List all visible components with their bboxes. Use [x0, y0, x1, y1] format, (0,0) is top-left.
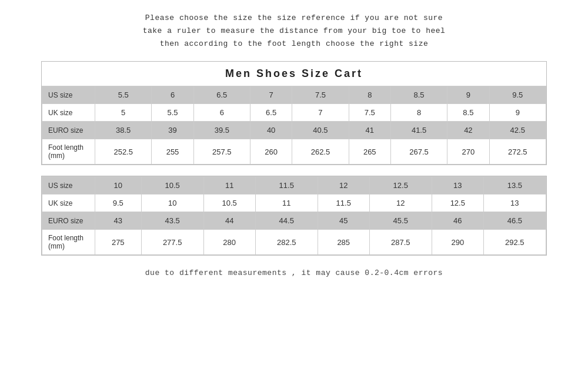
- cell-value: 6.5: [250, 104, 292, 122]
- cell-value: 11: [203, 177, 255, 194]
- cell-value: 11: [255, 194, 318, 212]
- cell-value: 267.5: [390, 139, 447, 165]
- instruction-line1: Please choose the size the size referenc…: [143, 12, 446, 25]
- row-label: UK size: [42, 194, 95, 212]
- cell-value: 12.5: [432, 194, 483, 212]
- cell-value: 262.5: [292, 139, 349, 165]
- cell-value: 8.5: [390, 86, 447, 104]
- row-label: EURO size: [42, 122, 95, 139]
- cell-value: 12: [318, 177, 369, 194]
- cell-value: 40: [250, 122, 292, 139]
- cell-value: 277.5: [141, 230, 203, 255]
- row-label: EURO size: [42, 212, 95, 230]
- cell-value: 12.5: [369, 177, 432, 194]
- cell-value: 285: [318, 230, 369, 255]
- cell-value: 45: [318, 212, 369, 230]
- instructions-text: Please choose the size the size referenc…: [143, 12, 446, 51]
- cell-value: 290: [432, 230, 483, 255]
- cell-value: 45.5: [369, 212, 432, 230]
- table-row: EURO size38.53939.54040.54141.54242.5: [42, 122, 546, 139]
- row-label: Foot length (mm): [42, 230, 95, 255]
- cell-value: 9.5: [95, 194, 142, 212]
- cell-value: 272.5: [489, 139, 546, 165]
- cell-value: 40.5: [292, 122, 349, 139]
- table-row: UK size9.51010.51111.51212.513: [42, 194, 546, 212]
- table-row: US size5.566.577.588.599.5: [42, 86, 546, 104]
- cell-value: 7: [292, 104, 349, 122]
- cell-value: 13: [432, 177, 483, 194]
- table-row: Foot length (mm)275277.5280282.5285287.5…: [42, 230, 546, 255]
- cell-value: 39: [152, 122, 193, 139]
- cell-value: 8: [349, 86, 390, 104]
- cell-value: 9.5: [489, 86, 546, 104]
- cell-value: 5.5: [95, 86, 152, 104]
- cell-value: 255: [152, 139, 193, 165]
- cell-value: 9: [489, 104, 546, 122]
- cell-value: 38.5: [95, 122, 152, 139]
- row-label: Foot length (mm): [42, 139, 95, 165]
- cell-value: 292.5: [483, 230, 546, 255]
- cell-value: 252.5: [95, 139, 152, 165]
- cell-value: 43: [95, 212, 142, 230]
- cell-value: 42.5: [489, 122, 546, 139]
- cell-value: 10: [141, 194, 203, 212]
- cell-value: 260: [250, 139, 292, 165]
- instruction-line3: then according to the foot length choose…: [143, 38, 446, 51]
- cell-value: 6: [193, 104, 250, 122]
- cell-value: 12: [369, 194, 432, 212]
- cell-value: 41: [349, 122, 390, 139]
- table-row: UK size55.566.577.588.59: [42, 104, 546, 122]
- cell-value: 13.5: [483, 177, 546, 194]
- row-label: US size: [42, 86, 95, 104]
- cell-value: 46: [432, 212, 483, 230]
- cell-value: 257.5: [193, 139, 250, 165]
- cell-value: 7.5: [292, 86, 349, 104]
- instruction-line2: take a ruler to measure the distance fro…: [143, 25, 446, 38]
- cell-value: 44.5: [255, 212, 318, 230]
- cell-value: 8: [390, 104, 447, 122]
- cell-value: 287.5: [369, 230, 432, 255]
- cell-value: 8.5: [447, 104, 489, 122]
- cell-value: 46.5: [483, 212, 546, 230]
- cell-value: 5.5: [152, 104, 193, 122]
- cell-value: 6: [152, 86, 193, 104]
- table-row: Foot length (mm)252.5255257.5260262.5265…: [42, 139, 546, 165]
- cell-value: 5: [95, 104, 152, 122]
- cell-value: 11.5: [255, 177, 318, 194]
- cell-value: 282.5: [255, 230, 318, 255]
- cell-value: 39.5: [193, 122, 250, 139]
- cell-value: 44: [203, 212, 255, 230]
- cell-value: 11.5: [318, 194, 369, 212]
- cell-value: 42: [447, 122, 489, 139]
- cell-value: 7.5: [349, 104, 390, 122]
- table2-container: US size1010.51111.51212.51313.5UK size9.…: [41, 176, 547, 256]
- table1-title: Men Shoes Size Cart: [42, 62, 546, 86]
- cell-value: 43.5: [141, 212, 203, 230]
- cell-value: 270: [447, 139, 489, 165]
- row-label: US size: [42, 177, 95, 194]
- cell-value: 7: [250, 86, 292, 104]
- table-row: EURO size4343.54444.54545.54646.5: [42, 212, 546, 230]
- cell-value: 10.5: [203, 194, 255, 212]
- cell-value: 41.5: [390, 122, 447, 139]
- cell-value: 265: [349, 139, 390, 165]
- cell-value: 280: [203, 230, 255, 255]
- cell-value: 9: [447, 86, 489, 104]
- table2: US size1010.51111.51212.51313.5UK size9.…: [42, 176, 546, 255]
- cell-value: 10: [95, 177, 142, 194]
- row-label: UK size: [42, 104, 95, 122]
- footer-note: due to different measurements , it may c…: [145, 269, 443, 277]
- cell-value: 275: [95, 230, 142, 255]
- cell-value: 6.5: [193, 86, 250, 104]
- table1: US size5.566.577.588.599.5UK size55.566.…: [42, 86, 546, 165]
- cell-value: 10.5: [141, 177, 203, 194]
- table1-container: Men Shoes Size Cart US size5.566.577.588…: [41, 61, 547, 165]
- cell-value: 13: [483, 194, 546, 212]
- table-row: US size1010.51111.51212.51313.5: [42, 177, 546, 194]
